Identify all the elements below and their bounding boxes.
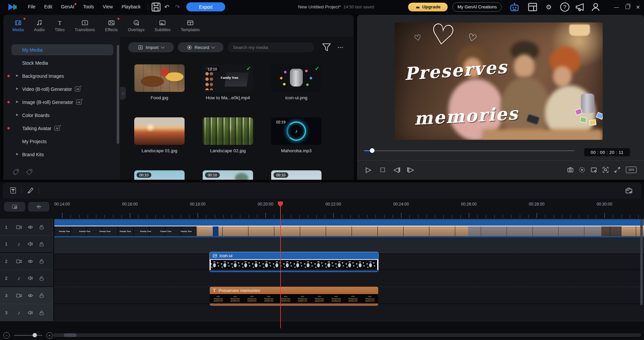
account-icon[interactable] [590,2,601,12]
ai-copilot-icon[interactable] [509,2,520,12]
menu-playback[interactable]: Playback [117,0,145,14]
media-thumbnail-clip2[interactable]: 00:10 [203,170,253,180]
media-item[interactable]: Landscape 01.jpg [134,117,185,166]
media-item[interactable]: Family Tree12:10✓How to Ma...e0k].mp4 [203,64,253,113]
record-button[interactable]: Record [178,42,224,52]
lock-track-icon[interactable] [36,224,47,230]
layout-icon[interactable] [527,2,538,12]
toggle-visibility-icon[interactable] [24,293,36,298]
media-item[interactable]: 00:10 [203,170,253,180]
toolbox-icon[interactable] [625,187,633,194]
search-input[interactable] [232,45,309,50]
my-genai-creations-button[interactable]: My GenAI Creations [452,2,502,12]
media-thumbnail-clip1[interactable]: 00:10 [134,170,185,180]
keyframe-settings-icon[interactable] [9,187,17,194]
tab-overlays[interactable]: Overlays [123,15,149,37]
track-lane-video-2[interactable] [54,270,644,287]
sidebar-item-stock-media[interactable]: Stock Media [11,57,113,68]
stop-button[interactable]: □ [378,165,387,174]
search-box[interactable] [228,42,314,52]
overlay-text-line2[interactable]: memories [414,103,519,129]
lock-track-icon[interactable] [36,241,47,247]
tab-media[interactable]: Media [7,15,29,37]
overlay-text-line1[interactable]: Preserves [403,56,508,84]
toggle-mute-icon[interactable] [24,275,36,281]
menu-tools[interactable]: Tools [79,0,98,14]
media-thumbnail-iconui[interactable]: ✓ [271,64,321,92]
video-preview[interactable]: ♡ ♡ ♡ Preserves memories [395,22,603,140]
media-item[interactable]: Food.jpg [134,64,185,113]
tab-effects[interactable]: Effects [100,15,123,37]
tab-transitions[interactable]: Transitions [69,15,100,37]
lock-track-icon[interactable] [36,259,47,264]
timeline-horizontal-scrollbar[interactable] [53,333,641,337]
timeline-ruler[interactable]: 00:14:0000:16:0000:18:0000:20:0000:22:00… [54,199,644,219]
expand-arrow-icon[interactable]: ▶ [16,100,18,103]
sidebar-item-my-media[interactable]: My Media [11,44,113,55]
sidebar-item-color-boards[interactable]: ▶Color Boards [11,110,113,121]
save-icon[interactable] [151,2,161,12]
zoom-slider-handle[interactable] [33,333,37,337]
seekbar-handle[interactable] [370,148,375,153]
track-lane-video-1[interactable] [54,304,644,321]
timeline-vertical-scrollbar[interactable] [640,219,643,305]
timeline-zoom-slider[interactable] [14,335,42,336]
tag-icon[interactable] [26,168,33,176]
redo-button[interactable]: ↷ [172,2,183,12]
expand-arrow-icon[interactable]: ▶ [16,113,18,116]
window-restore-button[interactable] [626,5,630,9]
lock-track-icon[interactable] [36,293,47,298]
menu-genai[interactable]: GenAI [57,0,79,14]
announcements-icon[interactable] [575,2,586,12]
track-lane-video-3[interactable] [54,236,644,253]
lock-track-icon[interactable] [36,276,47,281]
zoom-out-button[interactable]: − [3,332,10,339]
toggle-mute-icon[interactable] [24,310,36,316]
media-thumbnail-forest[interactable] [203,117,253,145]
toggle-mute-icon[interactable] [24,241,36,247]
media-item[interactable]: 00:10 [134,170,185,180]
expand-arrow-icon[interactable]: ▶ [16,152,18,156]
filter-icon[interactable] [321,42,332,52]
icon-ui-clip[interactable]: icon-ui [210,252,378,272]
expand-arrow-icon[interactable]: ▶ [16,74,18,77]
media-thumbnail-music[interactable]: ♪02:19 [271,117,321,145]
expand-arrow-icon[interactable]: ▶ [16,87,18,90]
playhead-line[interactable] [280,202,281,328]
text-clip[interactable]: T Preserves memories oOoPreservesmemorie… [210,287,378,306]
next-frame-button[interactable]: ▷ [406,165,415,174]
aspect-ratio-button[interactable]: 16:9 [626,167,637,173]
preview-quality-settings-icon[interactable] [591,167,597,173]
main-video-clip[interactable]: Family TreeFamily TreeFamily TreeFamily … [54,219,644,237]
media-thumbnail-food[interactable] [134,64,185,92]
add-track-button[interactable] [4,202,25,212]
media-thumbnail-clip3[interactable]: 00:10 [271,170,321,180]
import-button[interactable]: Import [128,42,174,52]
more-options-icon[interactable]: ••• [336,42,346,52]
menu-view[interactable]: View [98,0,117,14]
media-item[interactable]: Landscape 02.jpg [203,117,253,166]
media-thumbnail-canyon[interactable] [134,117,185,145]
sidebar-item-my-projects[interactable]: My Projects [11,136,113,147]
sidebar-item-background-images[interactable]: ▶Background Images [11,70,113,81]
tab-templates[interactable]: Templates [176,15,205,37]
play-button[interactable]: ▷ [364,165,373,174]
preview-seekbar[interactable] [364,150,574,151]
fullscreen-icon[interactable] [614,167,621,173]
window-minimize-button[interactable]: — [614,4,619,10]
sidebar-item-image-b-roll-generator[interactable]: ▶Image (B-roll) GeneratorAI+ [11,97,113,108]
media-thumbnail-familytree[interactable]: Family Tree12:10✓ [203,64,253,92]
media-item[interactable]: 00:10 [271,170,321,180]
sidebar-item-talking-avatar[interactable]: Talking AvatarAI+ [11,123,113,134]
toggle-visibility-icon[interactable] [24,224,36,230]
zoom-in-button[interactable]: + [46,332,53,339]
snapshot-camera-icon[interactable] [567,167,574,173]
tab-subtitles[interactable]: Subtitles [149,15,176,37]
media-item[interactable]: ✓icon-ui.png [271,64,321,113]
tag-add-icon[interactable] [12,168,19,176]
export-button[interactable]: Export [186,2,225,11]
menu-file[interactable]: File [23,0,40,14]
settings-gear-icon[interactable]: ⚙ [543,2,554,12]
window-close-button[interactable]: × [636,4,640,10]
undo-button[interactable]: ↶ [161,2,172,12]
